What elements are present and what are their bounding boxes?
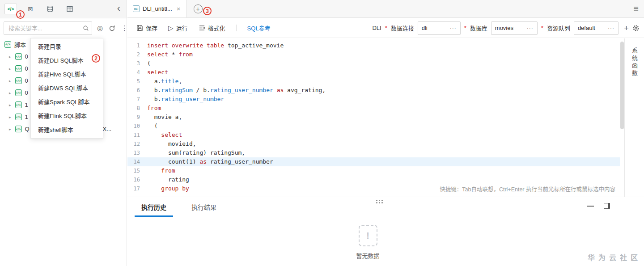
sidebar-search-row: ◎ ⋮ bbox=[0, 18, 127, 38]
code-line[interactable]: 11 select bbox=[127, 131, 620, 139]
panel-resize-handle[interactable] bbox=[376, 200, 384, 204]
queue-more-icon[interactable]: ··· bbox=[608, 25, 614, 31]
table-icon[interactable] bbox=[64, 4, 76, 14]
script-dev-icon[interactable]: </> bbox=[4, 4, 17, 14]
queue-select[interactable]: default ··· bbox=[574, 21, 619, 35]
connection-more-icon[interactable]: ··· bbox=[450, 25, 457, 31]
code-line[interactable]: 13 sum(rating) ratingSum, bbox=[127, 148, 620, 157]
code-text: movie a, bbox=[147, 113, 182, 122]
dli-sql-editor-app: </> ⊠ ‹ bbox=[0, 0, 644, 266]
settings-gear-icon[interactable] bbox=[632, 25, 640, 32]
search-input[interactable] bbox=[4, 25, 80, 32]
code-text: ( bbox=[147, 59, 151, 68]
code-line[interactable]: 1insert overwrite table top_active_movie bbox=[127, 41, 620, 50]
save-label: 保存 bbox=[146, 24, 157, 32]
code-text: select * from bbox=[147, 50, 193, 59]
context-menu-item[interactable]: 新建shell脚本 bbox=[31, 123, 103, 137]
new-tab-button[interactable]: + bbox=[194, 4, 203, 13]
main-area: DLI DLI_untitl... × + ≡ 保存 ▷ 运行 bbox=[127, 0, 644, 266]
search-box bbox=[4, 21, 92, 35]
more-options-icon[interactable]: ⋮ bbox=[121, 24, 128, 32]
add-queue-icon[interactable]: + bbox=[624, 24, 629, 32]
run-button[interactable]: ▷ 运行 bbox=[168, 24, 188, 32]
context-menu-item[interactable]: 新建Spark SQL脚本 bbox=[31, 95, 103, 109]
expand-caret-icon[interactable]: ▸ bbox=[9, 55, 11, 59]
refresh-icon[interactable] bbox=[109, 25, 115, 32]
minimize-panel-icon[interactable] bbox=[587, 206, 594, 207]
code-text: ( bbox=[147, 122, 157, 131]
sql-reference-link[interactable]: SQL参考 bbox=[247, 24, 271, 32]
maximize-panel-icon[interactable] bbox=[604, 203, 610, 209]
collapse-sidebar-icon[interactable]: ‹ bbox=[117, 2, 120, 15]
run-icon: ▷ bbox=[168, 25, 174, 31]
code-text: select bbox=[147, 131, 182, 139]
code-line[interactable]: 3( bbox=[127, 59, 620, 68]
tree-item-label: 0 bbox=[25, 53, 28, 60]
database-select[interactable]: movies ··· bbox=[491, 21, 538, 35]
script-icon: </> bbox=[15, 89, 22, 96]
code-lines: 1insert overwrite table top_active_movie… bbox=[127, 41, 620, 193]
annotation-circle-3: 3 bbox=[203, 7, 212, 15]
connection-label: 数据连接 bbox=[391, 24, 414, 32]
tab-menu-icon[interactable]: ≡ bbox=[633, 4, 639, 14]
code-line[interactable]: 14 count(1) as rating_user_number bbox=[127, 157, 620, 166]
expand-caret-icon[interactable]: ▸ bbox=[9, 127, 11, 131]
code-line[interactable]: 16 rating bbox=[127, 175, 620, 184]
run-label: 运行 bbox=[176, 24, 188, 32]
line-number: 6 bbox=[127, 86, 147, 95]
save-button[interactable]: 保存 bbox=[136, 24, 157, 32]
expand-caret-icon[interactable]: ▸ bbox=[9, 79, 11, 83]
expand-caret-icon[interactable]: ▸ bbox=[9, 91, 11, 95]
line-number: 3 bbox=[127, 59, 147, 68]
left-sidebar: </> ⊠ ‹ bbox=[0, 0, 127, 266]
close-tab-icon[interactable]: × bbox=[177, 5, 181, 13]
tree-item-label: 1 bbox=[25, 114, 28, 120]
expand-caret-icon[interactable]: ▸ bbox=[9, 103, 11, 107]
code-line[interactable]: 15 from bbox=[127, 166, 620, 175]
script-icon: </> bbox=[15, 126, 22, 132]
tab-title: DLI_untitl... bbox=[143, 5, 172, 12]
tree-root-label: 脚本 bbox=[14, 40, 26, 49]
engine-label: DLI bbox=[372, 25, 381, 31]
line-number: 8 bbox=[127, 104, 147, 113]
required-mark: * bbox=[385, 25, 387, 31]
system-functions-tab[interactable]: 系统函数 bbox=[630, 47, 639, 78]
sql-code-editor[interactable]: 1insert overwrite table top_active_movie… bbox=[127, 38, 624, 197]
queue-value: default bbox=[578, 25, 595, 31]
code-line[interactable]: 2select * from bbox=[127, 50, 620, 59]
tree-item-label: 1 bbox=[25, 101, 28, 108]
script-icon: </> bbox=[4, 41, 11, 48]
connection-select[interactable]: dli ··· bbox=[418, 21, 461, 35]
tab-execution-history[interactable]: 执行历史 bbox=[135, 197, 173, 217]
line-number: 16 bbox=[127, 175, 147, 184]
context-menu-item[interactable]: 新建目录 bbox=[31, 40, 103, 54]
expand-caret-icon[interactable]: ▸ bbox=[9, 67, 11, 71]
code-line[interactable]: 5 a.title, bbox=[127, 77, 620, 86]
tab-execution-result[interactable]: 执行结果 bbox=[185, 197, 223, 217]
code-line[interactable]: 12 movieId, bbox=[127, 139, 620, 148]
context-menu-item[interactable]: 新建DWS SQL脚本 bbox=[31, 81, 103, 95]
search-icon[interactable] bbox=[80, 25, 92, 31]
code-line[interactable]: 6 b.ratingSum / b.rating_user_number as … bbox=[127, 86, 620, 95]
toolbar-separator bbox=[236, 25, 237, 31]
code-line[interactable]: 9 movie a, bbox=[127, 113, 620, 122]
database-icon[interactable] bbox=[44, 4, 56, 14]
job-dev-icon[interactable]: ⊠ bbox=[24, 4, 37, 14]
script-icon: </> bbox=[15, 77, 22, 84]
tab-dli-untitled[interactable]: DLI DLI_untitl... × bbox=[127, 0, 186, 17]
expand-caret-icon[interactable]: ▸ bbox=[9, 115, 11, 119]
code-line[interactable]: 10 ( bbox=[127, 122, 620, 131]
code-line[interactable]: 4select bbox=[127, 68, 620, 77]
code-line[interactable]: 7 b.rating_user_number bbox=[127, 95, 620, 104]
database-label: 数据库 bbox=[470, 24, 487, 32]
code-line[interactable]: 8from bbox=[127, 104, 620, 113]
context-menu-item[interactable]: 新建Hive SQL脚本 bbox=[31, 68, 103, 81]
tree-item-label: 0 bbox=[25, 89, 28, 96]
bottom-panel-tabs: 执行历史 执行结果 bbox=[127, 197, 644, 217]
format-button[interactable]: 格式化 bbox=[199, 24, 225, 32]
editor-scrollbar[interactable] bbox=[620, 42, 624, 129]
database-more-icon[interactable]: ··· bbox=[527, 25, 534, 31]
line-number: 15 bbox=[127, 166, 147, 175]
locate-icon[interactable]: ◎ bbox=[97, 24, 103, 32]
context-menu-item[interactable]: 新建Flink SQL脚本 bbox=[31, 109, 103, 123]
